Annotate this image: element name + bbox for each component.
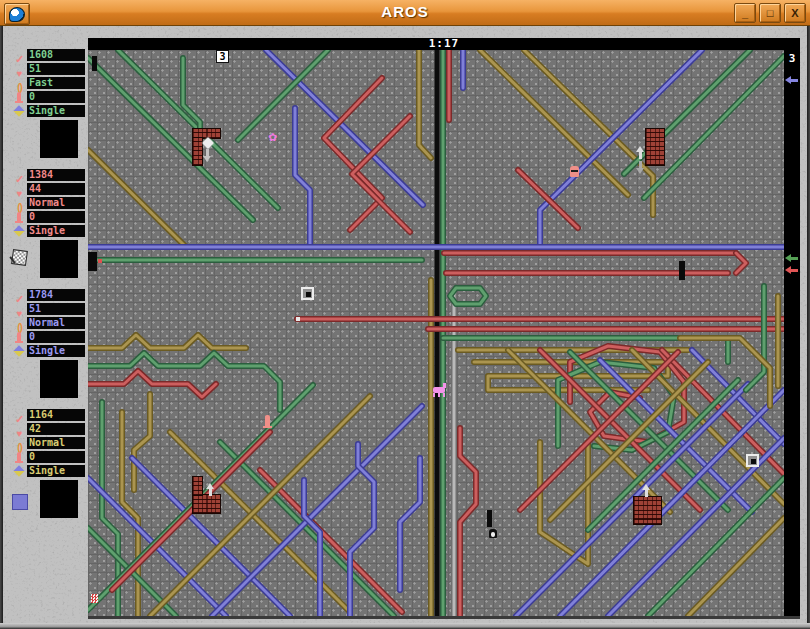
- field-shadow: [88, 616, 800, 619]
- candle-icon-glyph: [17, 452, 21, 461]
- bomb-tile: [301, 287, 314, 300]
- wall-block: [88, 252, 97, 271]
- player-2-lives-value: 44: [27, 183, 85, 195]
- player-indicator-square: [12, 494, 28, 510]
- player-1-power-row: 0: [0, 91, 88, 103]
- edge-left-arrow-icon: [785, 254, 798, 263]
- star-icon-glyph: [13, 105, 24, 116]
- worm-head-dot: [296, 317, 300, 321]
- bomb-tile: [746, 454, 759, 467]
- brick-block: [193, 477, 202, 495]
- player-1-mode-row: Single: [0, 105, 88, 117]
- trail-b-49: [304, 480, 320, 616]
- trail-k-33: [88, 335, 246, 348]
- check-icon: ✓: [13, 289, 26, 301]
- trail-k-12: [88, 150, 186, 247]
- field-right-column: 3: [784, 50, 800, 616]
- candle-icon: [13, 331, 26, 343]
- aros-window: AROS _ □ X 1:17 3 ✓1608♥51()Fast0Single✓…: [0, 0, 810, 629]
- brick-block: [193, 138, 202, 165]
- field-header-bar: 1:17: [88, 38, 800, 50]
- player-2-speed-value: Normal: [27, 197, 85, 209]
- trail-b-66: [516, 384, 748, 616]
- player-3-preview-box: [40, 360, 78, 398]
- candle-icon: [13, 211, 26, 223]
- parens-icon: (): [13, 77, 26, 89]
- player-3-mode-row: Single: [0, 345, 88, 357]
- brick-block: [634, 497, 661, 524]
- player-1-panel: ✓1608♥51()Fast0Single: [0, 49, 88, 159]
- trail-k-69: [688, 518, 784, 616]
- candle-icon-glyph: [17, 92, 21, 101]
- brick-block: [193, 495, 220, 513]
- player-3-speed-value: Normal: [27, 317, 85, 329]
- heart-icon: ♥: [13, 63, 26, 75]
- brick-block: [193, 129, 220, 138]
- player-4-speed-value: Normal: [27, 437, 85, 449]
- player-2-power-value: 0: [27, 211, 85, 223]
- player-3-lives-value: 51: [27, 303, 85, 315]
- parens-icon: (): [13, 437, 26, 449]
- candle-sprite: [265, 415, 270, 426]
- up-arrow-icon: [206, 483, 215, 496]
- minimize-button[interactable]: _: [734, 3, 756, 23]
- worm-head-dot: [98, 259, 102, 263]
- candle-icon-glyph: [17, 212, 21, 221]
- trail-g-18: [644, 56, 784, 198]
- check-icon: ✓: [13, 49, 26, 61]
- player-2-lives-row: ♥44: [0, 183, 88, 195]
- down-arrow-icon: [636, 161, 645, 174]
- player-1-lives-row: ♥51: [0, 63, 88, 75]
- candle-icon: [13, 451, 26, 463]
- edge-left-arrow-icon: [785, 266, 798, 275]
- player-2-score-value: 1384: [27, 169, 85, 181]
- flower-sprite: ✿: [268, 133, 277, 143]
- parens-icon: (): [13, 197, 26, 209]
- star-icon: [13, 105, 26, 117]
- player-2-power-row: 0: [0, 211, 88, 223]
- player-3-mode-value: Single: [27, 345, 85, 357]
- player-4-mode-value: Single: [27, 465, 85, 477]
- close-button[interactable]: X: [784, 3, 806, 23]
- trail-g-7: [88, 58, 253, 220]
- player-1-power-value: 0: [27, 91, 85, 103]
- heart-icon: ♥: [13, 183, 26, 195]
- window-border-bottom[interactable]: [0, 623, 810, 629]
- player-1-speed-value: Fast: [27, 77, 85, 89]
- trail-k-17: [524, 50, 653, 215]
- star-icon: [13, 225, 26, 237]
- window-title: AROS: [0, 3, 810, 20]
- player-2-mode-value: Single: [27, 225, 85, 237]
- trail-g-43: [220, 442, 394, 616]
- player-3-power-value: 0: [27, 331, 85, 343]
- player-4-preview-box: [40, 480, 78, 518]
- maximize-button[interactable]: □: [759, 3, 781, 23]
- player-4-speed-row: ()Normal: [0, 437, 88, 449]
- player-4-power-row: 0: [0, 451, 88, 463]
- game-timer: 1:17: [88, 38, 800, 50]
- player-4-mode-row: Single: [0, 465, 88, 477]
- player-1-lives-value: 51: [27, 63, 85, 75]
- window-titlebar[interactable]: AROS _ □ X: [0, 0, 810, 26]
- player-2-score-row: ✓1384: [0, 169, 88, 181]
- player-2-mode-row: Single: [0, 225, 88, 237]
- level-counter: 3: [784, 52, 800, 65]
- trail-r-52: [460, 428, 476, 616]
- check-icon: ✓: [13, 409, 26, 421]
- player-2-preview-box: [40, 240, 78, 278]
- player-3-speed-row: ()Normal: [0, 317, 88, 329]
- down-arrow-icon: [203, 149, 212, 162]
- player-4-score-value: 1164: [27, 409, 85, 421]
- player-4-power-value: 0: [27, 451, 85, 463]
- bonus-number-tile: 3: [216, 50, 229, 63]
- star-icon-glyph: [13, 465, 24, 476]
- player-3-lives-row: ♥51: [0, 303, 88, 315]
- trail-r-26: [736, 253, 746, 273]
- up-arrow-icon: [642, 484, 651, 497]
- trail-b-51: [400, 458, 420, 590]
- star-icon-glyph: [13, 345, 24, 356]
- star-icon: [13, 465, 26, 477]
- player-2-speed-row: ()Normal: [0, 197, 88, 209]
- heart-icon: ♥: [13, 303, 26, 315]
- player-3-score-row: ✓1784: [0, 289, 88, 301]
